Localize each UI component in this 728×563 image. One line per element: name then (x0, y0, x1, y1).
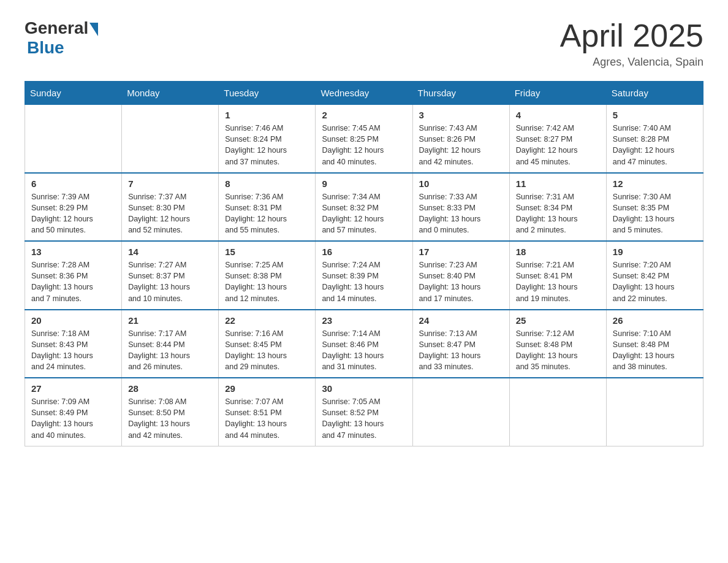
day-info: Sunrise: 7:18 AM Sunset: 8:43 PM Dayligh… (31, 328, 115, 373)
day-info: Sunrise: 7:07 AM Sunset: 8:51 PM Dayligh… (225, 396, 309, 441)
day-number: 7 (128, 178, 212, 189)
calendar-cell: 29Sunrise: 7:07 AM Sunset: 8:51 PM Dayli… (219, 378, 316, 446)
calendar-cell: 4Sunrise: 7:42 AM Sunset: 8:27 PM Daylig… (509, 105, 606, 173)
calendar-cell: 3Sunrise: 7:43 AM Sunset: 8:26 PM Daylig… (412, 105, 509, 173)
day-info: Sunrise: 7:45 AM Sunset: 8:25 PM Dayligh… (322, 123, 406, 167)
day-number: 24 (419, 315, 503, 326)
calendar-cell: 6Sunrise: 7:39 AM Sunset: 8:29 PM Daylig… (25, 173, 122, 242)
day-info: Sunrise: 7:46 AM Sunset: 8:24 PM Dayligh… (225, 123, 309, 167)
calendar-cell: 16Sunrise: 7:24 AM Sunset: 8:39 PM Dayli… (316, 241, 412, 310)
weekday-header-sunday: Sunday (25, 82, 122, 105)
calendar-cell: 11Sunrise: 7:31 AM Sunset: 8:34 PM Dayli… (509, 173, 606, 242)
day-number: 13 (31, 247, 115, 257)
logo-blue: Blue (27, 38, 64, 58)
calendar-cell: 7Sunrise: 7:37 AM Sunset: 8:30 PM Daylig… (122, 173, 219, 242)
day-number: 20 (31, 315, 115, 326)
day-number: 26 (613, 315, 697, 326)
calendar-cell: 19Sunrise: 7:20 AM Sunset: 8:42 PM Dayli… (606, 241, 703, 310)
day-number: 28 (128, 383, 212, 394)
day-number: 30 (322, 383, 406, 394)
weekday-header-tuesday: Tuesday (219, 82, 316, 105)
day-info: Sunrise: 7:23 AM Sunset: 8:40 PM Dayligh… (419, 259, 503, 304)
day-info: Sunrise: 7:33 AM Sunset: 8:33 PM Dayligh… (419, 191, 503, 236)
logo-text: General (25, 18, 98, 38)
weekday-header-row: SundayMondayTuesdayWednesdayThursdayFrid… (25, 82, 703, 105)
calendar-cell (509, 378, 606, 446)
location-subtitle: Agres, Valencia, Spain (560, 56, 703, 69)
day-number: 2 (322, 110, 406, 120)
day-info: Sunrise: 7:14 AM Sunset: 8:46 PM Dayligh… (322, 328, 406, 373)
day-info: Sunrise: 7:39 AM Sunset: 8:29 PM Dayligh… (31, 191, 115, 236)
calendar-cell: 1Sunrise: 7:46 AM Sunset: 8:24 PM Daylig… (219, 105, 316, 173)
day-number: 8 (225, 178, 309, 189)
calendar-cell: 8Sunrise: 7:36 AM Sunset: 8:31 PM Daylig… (219, 173, 316, 242)
weekday-header-monday: Monday (122, 82, 219, 105)
day-number: 4 (516, 110, 600, 120)
day-info: Sunrise: 7:40 AM Sunset: 8:28 PM Dayligh… (613, 123, 697, 167)
weekday-header-friday: Friday (509, 82, 606, 105)
day-info: Sunrise: 7:25 AM Sunset: 8:38 PM Dayligh… (225, 259, 309, 304)
day-number: 18 (516, 247, 600, 257)
calendar-week-row: 27Sunrise: 7:09 AM Sunset: 8:49 PM Dayli… (25, 378, 703, 446)
calendar-cell: 12Sunrise: 7:30 AM Sunset: 8:35 PM Dayli… (606, 173, 703, 242)
day-info: Sunrise: 7:36 AM Sunset: 8:31 PM Dayligh… (225, 191, 309, 236)
calendar-header: SundayMondayTuesdayWednesdayThursdayFrid… (25, 82, 703, 105)
calendar-cell (122, 105, 219, 173)
day-number: 23 (322, 315, 406, 326)
calendar-cell (412, 378, 509, 446)
day-number: 22 (225, 315, 309, 326)
day-info: Sunrise: 7:17 AM Sunset: 8:44 PM Dayligh… (128, 328, 212, 373)
calendar-week-row: 6Sunrise: 7:39 AM Sunset: 8:29 PM Daylig… (25, 173, 703, 242)
calendar-cell: 9Sunrise: 7:34 AM Sunset: 8:32 PM Daylig… (316, 173, 412, 242)
calendar-week-row: 13Sunrise: 7:28 AM Sunset: 8:36 PM Dayli… (25, 241, 703, 310)
logo: General Blue (25, 18, 98, 58)
day-info: Sunrise: 7:05 AM Sunset: 8:52 PM Dayligh… (322, 396, 406, 441)
calendar-cell: 26Sunrise: 7:10 AM Sunset: 8:48 PM Dayli… (606, 310, 703, 378)
calendar-cell: 22Sunrise: 7:16 AM Sunset: 8:45 PM Dayli… (219, 310, 316, 378)
day-info: Sunrise: 7:20 AM Sunset: 8:42 PM Dayligh… (613, 259, 697, 304)
day-info: Sunrise: 7:10 AM Sunset: 8:48 PM Dayligh… (613, 328, 697, 373)
title-block: April 2025 Agres, Valencia, Spain (560, 18, 703, 69)
day-number: 5 (613, 110, 697, 120)
day-info: Sunrise: 7:16 AM Sunset: 8:45 PM Dayligh… (225, 328, 309, 373)
logo-arrow-icon (89, 23, 98, 36)
calendar-cell (25, 105, 122, 173)
day-number: 27 (31, 383, 115, 394)
day-info: Sunrise: 7:31 AM Sunset: 8:34 PM Dayligh… (516, 191, 600, 236)
calendar-cell: 15Sunrise: 7:25 AM Sunset: 8:38 PM Dayli… (219, 241, 316, 310)
day-info: Sunrise: 7:08 AM Sunset: 8:50 PM Dayligh… (128, 396, 212, 441)
calendar-cell: 30Sunrise: 7:05 AM Sunset: 8:52 PM Dayli… (316, 378, 412, 446)
calendar-cell: 24Sunrise: 7:13 AM Sunset: 8:47 PM Dayli… (412, 310, 509, 378)
calendar-cell: 18Sunrise: 7:21 AM Sunset: 8:41 PM Dayli… (509, 241, 606, 310)
day-info: Sunrise: 7:28 AM Sunset: 8:36 PM Dayligh… (31, 259, 115, 304)
calendar-cell: 25Sunrise: 7:12 AM Sunset: 8:48 PM Dayli… (509, 310, 606, 378)
day-number: 11 (516, 178, 600, 189)
day-info: Sunrise: 7:37 AM Sunset: 8:30 PM Dayligh… (128, 191, 212, 236)
day-info: Sunrise: 7:13 AM Sunset: 8:47 PM Dayligh… (419, 328, 503, 373)
day-number: 1 (225, 110, 309, 120)
day-number: 15 (225, 247, 309, 257)
logo-general: General (25, 18, 88, 38)
calendar-cell: 23Sunrise: 7:14 AM Sunset: 8:46 PM Dayli… (316, 310, 412, 378)
day-number: 14 (128, 247, 212, 257)
weekday-header-thursday: Thursday (412, 82, 509, 105)
day-info: Sunrise: 7:24 AM Sunset: 8:39 PM Dayligh… (322, 259, 406, 304)
page-header: General Blue April 2025 Agres, Valencia,… (25, 18, 703, 69)
calendar-cell (606, 378, 703, 446)
calendar-cell: 14Sunrise: 7:27 AM Sunset: 8:37 PM Dayli… (122, 241, 219, 310)
calendar-cell: 10Sunrise: 7:33 AM Sunset: 8:33 PM Dayli… (412, 173, 509, 242)
calendar-cell: 21Sunrise: 7:17 AM Sunset: 8:44 PM Dayli… (122, 310, 219, 378)
day-number: 19 (613, 247, 697, 257)
day-info: Sunrise: 7:30 AM Sunset: 8:35 PM Dayligh… (613, 191, 697, 236)
day-info: Sunrise: 7:09 AM Sunset: 8:49 PM Dayligh… (31, 396, 115, 441)
day-number: 12 (613, 178, 697, 189)
day-info: Sunrise: 7:27 AM Sunset: 8:37 PM Dayligh… (128, 259, 212, 304)
day-info: Sunrise: 7:34 AM Sunset: 8:32 PM Dayligh… (322, 191, 406, 236)
calendar-cell: 20Sunrise: 7:18 AM Sunset: 8:43 PM Dayli… (25, 310, 122, 378)
calendar-cell: 28Sunrise: 7:08 AM Sunset: 8:50 PM Dayli… (122, 378, 219, 446)
weekday-header-wednesday: Wednesday (316, 82, 412, 105)
calendar-cell: 17Sunrise: 7:23 AM Sunset: 8:40 PM Dayli… (412, 241, 509, 310)
calendar-week-row: 20Sunrise: 7:18 AM Sunset: 8:43 PM Dayli… (25, 310, 703, 378)
weekday-header-saturday: Saturday (606, 82, 703, 105)
calendar-cell: 2Sunrise: 7:45 AM Sunset: 8:25 PM Daylig… (316, 105, 412, 173)
